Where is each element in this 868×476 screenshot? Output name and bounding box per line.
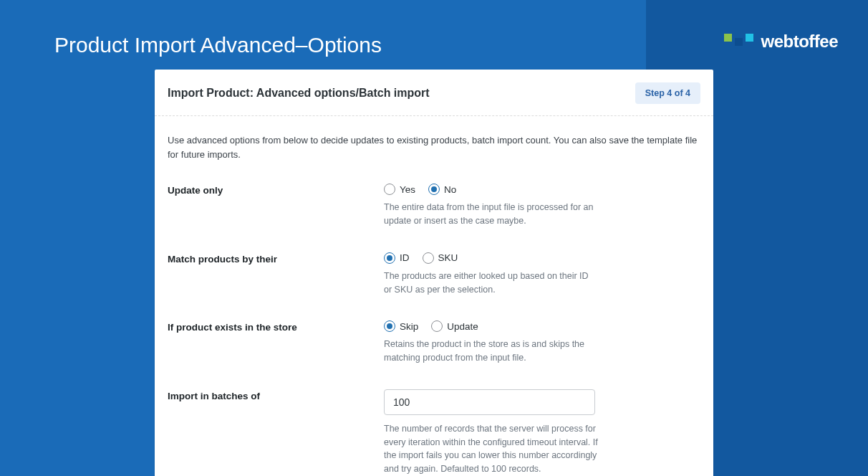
card-body: Use advanced options from below to decid… — [155, 116, 713, 476]
help-batches: The number of records that the server wi… — [384, 422, 599, 476]
radio-icon — [431, 320, 443, 332]
radio-icon — [384, 252, 395, 264]
radio-label: No — [444, 184, 456, 195]
radio-icon — [384, 184, 395, 195]
batches-input[interactable] — [384, 389, 595, 415]
card-header: Import Product: Advanced options/Batch i… — [155, 70, 713, 116]
help-match-by: The products are either looked up based … — [384, 270, 599, 297]
field-update-only: Update only Yes No The entire data from … — [168, 184, 700, 228]
step-badge: Step 4 of 4 — [635, 82, 700, 104]
page-title: Product Import Advanced–Options — [54, 33, 382, 57]
field-batches: Import in batches of The number of recor… — [168, 389, 700, 476]
brand-name: webtoffee — [761, 32, 838, 52]
brand-logo: webtoffee — [724, 32, 838, 52]
field-if-exists: If product exists in the store Skip Upda… — [168, 320, 700, 365]
help-if-exists: Retains the product in the store as is a… — [384, 338, 599, 365]
radio-label: Skip — [400, 321, 418, 332]
radio-label: Yes — [400, 184, 415, 195]
card-title: Import Product: Advanced options/Batch i… — [168, 87, 430, 100]
label-match-by: Match products by their — [168, 252, 384, 297]
radio-label: Update — [447, 321, 478, 332]
radio-exists-update[interactable]: Update — [431, 320, 478, 332]
field-match-by: Match products by their ID SKU The produ… — [168, 252, 700, 297]
help-update-only: The entire data from the input file is p… — [384, 201, 599, 228]
label-batches: Import in batches of — [168, 389, 384, 476]
radio-match-id[interactable]: ID — [384, 252, 410, 264]
import-card: Import Product: Advanced options/Batch i… — [155, 70, 713, 476]
logo-squares-icon — [724, 38, 753, 46]
radio-icon — [428, 184, 440, 195]
radio-icon — [384, 320, 395, 332]
label-update-only: Update only — [168, 184, 384, 228]
radio-icon — [423, 252, 434, 264]
radio-update-only-yes[interactable]: Yes — [384, 184, 415, 195]
radio-update-only-no[interactable]: No — [428, 184, 456, 195]
card-description: Use advanced options from below to decid… — [168, 133, 700, 162]
radio-exists-skip[interactable]: Skip — [384, 320, 418, 332]
label-if-exists: If product exists in the store — [168, 320, 384, 365]
radio-match-sku[interactable]: SKU — [423, 252, 458, 264]
radio-label: ID — [400, 252, 410, 263]
radio-label: SKU — [438, 252, 458, 263]
